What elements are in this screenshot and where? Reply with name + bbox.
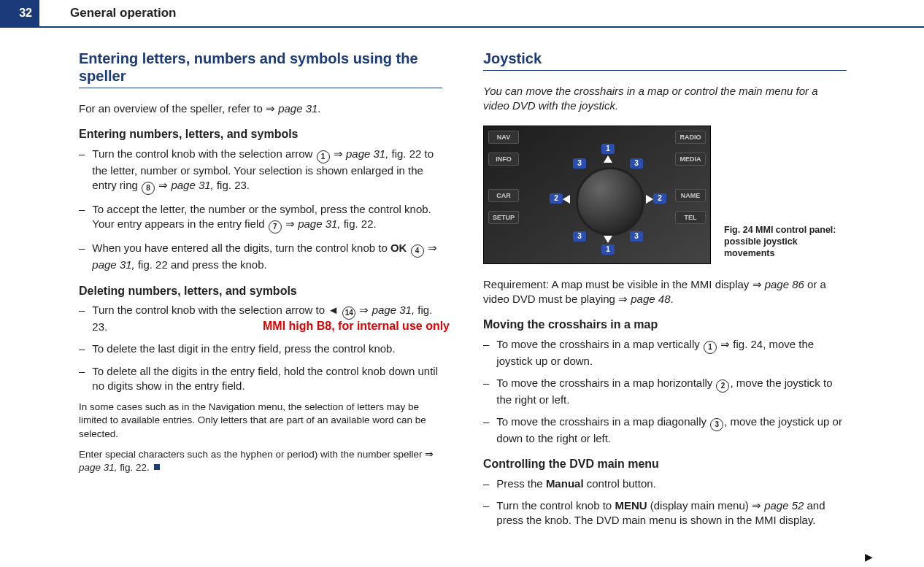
callout-8-icon: 8: [142, 182, 155, 195]
panel-btn-tel: TEL: [675, 211, 706, 224]
list-item: To move the crosshairs in a map vertical…: [483, 337, 847, 369]
callout-7-icon: 7: [269, 220, 282, 234]
section-title-joystick: Joystick: [483, 50, 847, 71]
list-item: Press the Manual control button.: [483, 477, 847, 491]
bubble-1-top: 1: [601, 144, 615, 154]
right-column: Joystick You can move the crosshairs in …: [483, 50, 847, 536]
chapter-title: General operation: [70, 6, 176, 20]
page-number: 32: [19, 7, 32, 20]
joystick-lead: You can move the crosshairs in a map or …: [483, 84, 847, 114]
list-item: Turn the control knob with the selection…: [79, 303, 442, 334]
page-number-box: 32: [0, 0, 39, 26]
speller-intro: For an overview of the speller, refer to…: [79, 101, 442, 116]
subhead-entering: Entering numbers, letters, and symbols: [79, 126, 442, 142]
left-column: Entering letters, numbers and symbols us…: [79, 50, 442, 536]
list-item: To delete the last digit in the entry fi…: [79, 342, 442, 356]
bubble-3-tl: 3: [573, 158, 586, 169]
figure-24-image: NAV INFO CAR SETUP RADIO MEDIA NAME TEL …: [483, 126, 711, 264]
subhead-moving-crosshairs: Moving the crosshairs in a map: [483, 317, 847, 333]
bubble-1-bottom: 1: [601, 244, 615, 255]
list-item: Turn the control knob with the selection…: [79, 147, 442, 195]
entering-list: Turn the control knob with the selection…: [79, 147, 442, 273]
panel-btn-radio: RADIO: [675, 131, 706, 144]
list-item: To move the crosshairs in a map diagonal…: [483, 414, 847, 446]
bubble-3-br: 3: [630, 231, 643, 242]
callout-14-icon: 14: [342, 306, 355, 320]
subhead-deleting: Deleting numbers, letters, and symbols: [79, 283, 442, 299]
back-arrow-icon: ◄: [328, 304, 339, 316]
callout-3-icon: 3: [710, 418, 723, 431]
continue-arrow-icon: ▶: [865, 551, 873, 563]
page-header: 32 General operation: [0, 0, 924, 28]
content-columns: Entering letters, numbers and symbols us…: [0, 28, 924, 536]
list-item: To delete all the digits in the entry fi…: [79, 364, 442, 394]
arrow-left-icon: [563, 195, 570, 204]
list-item: When you have entered all the digits, tu…: [79, 241, 442, 272]
section-title-speller: Entering letters, numbers and symbols us…: [79, 50, 442, 88]
list-item: To move the crosshairs in a map horizont…: [483, 376, 847, 407]
panel-btn-media: MEDIA: [675, 153, 706, 166]
callout-1-icon: 1: [704, 341, 717, 354]
end-square-icon: [154, 464, 160, 470]
list-item: Turn the control knob to MENU (display m…: [483, 498, 847, 528]
panel-btn-setup: SETUP: [488, 211, 519, 224]
arrow-up-icon: [604, 155, 612, 163]
note-special-chars: Enter special characters such as the hyp…: [79, 448, 442, 474]
panel-btn-info: INFO: [488, 153, 519, 166]
deleting-list: Turn the control knob with the selection…: [79, 303, 442, 393]
panel-btn-nav: NAV: [488, 131, 519, 144]
subhead-dvd-menu: Controlling the DVD main menu: [483, 456, 847, 472]
figure-24-row: NAV INFO CAR SETUP RADIO MEDIA NAME TEL …: [483, 126, 847, 264]
dvd-list: Press the Manual control button. Turn th…: [483, 477, 847, 528]
arrow-right-icon: [646, 195, 653, 204]
arrow-down-icon: [604, 236, 612, 243]
joystick-requirement: Requirement: A map must be visible in th…: [483, 277, 847, 307]
callout-1-icon: 1: [317, 150, 330, 163]
bubble-2-left: 2: [550, 193, 563, 204]
callout-4-icon: 4: [411, 244, 424, 258]
note-nav-limit: In some cases such as in the Navigation …: [79, 401, 442, 441]
control-knob-icon: [576, 167, 644, 236]
panel-btn-name: NAME: [675, 189, 706, 202]
list-item: To accept the letter, the number or the …: [79, 202, 442, 234]
figure-24-caption: Fig. 24 MMI control panel: possible joys…: [724, 224, 847, 260]
bubble-2-right: 2: [653, 193, 666, 204]
crosshairs-list: To move the crosshairs in a map vertical…: [483, 337, 847, 447]
bubble-3-tr: 3: [630, 158, 643, 169]
panel-btn-car: CAR: [488, 189, 519, 202]
bubble-3-bl: 3: [573, 231, 586, 242]
callout-2-icon: 2: [716, 379, 729, 393]
